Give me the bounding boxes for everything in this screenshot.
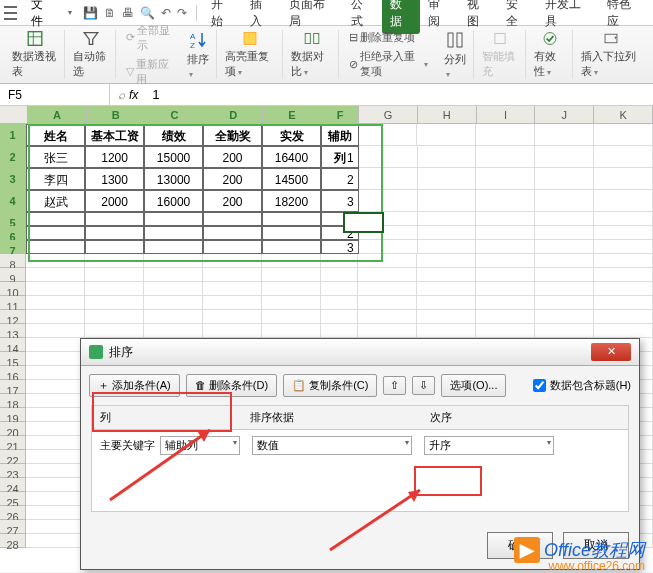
empty-cell[interactable] (358, 310, 417, 324)
empty-cell[interactable] (535, 282, 594, 296)
redo-icon[interactable]: ↷ (177, 6, 187, 20)
header-checkbox[interactable]: 数据包含标题(H) (533, 378, 631, 393)
row-header-10[interactable]: 10 (0, 282, 26, 296)
file-menu[interactable]: 文件 (23, 0, 62, 32)
row-header-28[interactable]: 28 (0, 534, 26, 548)
empty-cell[interactable] (26, 408, 85, 422)
data-cell[interactable]: 2 (321, 168, 359, 190)
row-header-1[interactable]: 1 (0, 124, 26, 146)
empty-cell[interactable] (144, 324, 203, 338)
empty-cell[interactable] (262, 254, 321, 268)
empty-cell[interactable] (26, 310, 85, 324)
row-header-5[interactable]: 5 (0, 212, 26, 226)
empty-cell[interactable] (26, 254, 85, 268)
tab-security[interactable]: 安全 (498, 0, 537, 34)
data-cell[interactable]: 2000 (85, 190, 144, 212)
empty-cell[interactable] (203, 268, 262, 282)
data-cell[interactable]: 18200 (262, 190, 321, 212)
row-header-23[interactable]: 23 (0, 464, 26, 478)
col-header-F[interactable]: F (322, 106, 359, 124)
empty-cell[interactable] (85, 254, 144, 268)
empty-cell[interactable] (535, 254, 594, 268)
empty-cell[interactable] (85, 282, 144, 296)
empty-cell[interactable] (26, 492, 85, 506)
tab-insert[interactable]: 插入 (242, 0, 281, 34)
close-icon[interactable]: ✕ (591, 343, 631, 361)
row-header-27[interactable]: 27 (0, 520, 26, 534)
empty-cell[interactable] (594, 190, 653, 212)
empty-cell[interactable] (203, 310, 262, 324)
data-cell[interactable] (144, 226, 203, 240)
data-cell[interactable] (85, 226, 144, 240)
col-header-D[interactable]: D (204, 106, 263, 124)
save-icon[interactable]: 💾 (83, 6, 98, 20)
empty-cell[interactable] (535, 212, 594, 226)
header-cell[interactable]: 绩效 (144, 124, 203, 146)
empty-cell[interactable] (535, 324, 594, 338)
move-up-button[interactable]: ⇧ (383, 376, 406, 395)
row-header-21[interactable]: 21 (0, 436, 26, 450)
header-cell[interactable]: 姓名 (26, 124, 85, 146)
empty-cell[interactable] (85, 324, 144, 338)
sortby-select[interactable]: 数值 (252, 436, 412, 455)
data-cell[interactable]: 16000 (144, 190, 203, 212)
col-header-G[interactable]: G (359, 106, 418, 124)
copy-condition-button[interactable]: 📋 复制条件(C) (283, 374, 377, 397)
empty-cell[interactable] (26, 366, 85, 380)
empty-cell[interactable] (476, 124, 535, 146)
file-dropdown-icon[interactable]: ▾ (68, 8, 72, 17)
key-field-select[interactable]: 辅助列 (160, 436, 240, 455)
data-cell[interactable]: 1200 (85, 146, 144, 168)
empty-cell[interactable] (85, 296, 144, 310)
data-cell[interactable] (203, 212, 262, 226)
ribbon-splitcol[interactable]: 分列 (438, 30, 474, 79)
empty-cell[interactable] (476, 310, 535, 324)
empty-cell[interactable] (144, 310, 203, 324)
empty-cell[interactable] (26, 450, 85, 464)
empty-cell[interactable] (535, 240, 594, 254)
row-header-6[interactable]: 6 (0, 226, 26, 240)
delete-condition-button[interactable]: 🗑 删除条件(D) (186, 374, 277, 397)
empty-cell[interactable] (594, 226, 653, 240)
empty-cell[interactable] (144, 268, 203, 282)
data-cell[interactable] (144, 212, 203, 226)
empty-cell[interactable] (476, 190, 535, 212)
empty-cell[interactable] (476, 226, 535, 240)
empty-cell[interactable] (26, 324, 85, 338)
row-header-22[interactable]: 22 (0, 450, 26, 464)
empty-cell[interactable] (26, 394, 85, 408)
empty-cell[interactable] (476, 212, 535, 226)
row-header-17[interactable]: 17 (0, 380, 26, 394)
empty-cell[interactable] (26, 436, 85, 450)
data-cell[interactable] (262, 212, 321, 226)
doc-icon[interactable]: 🗎 (104, 6, 116, 20)
hamburger-icon[interactable] (4, 6, 17, 20)
empty-cell[interactable] (26, 296, 85, 310)
name-box[interactable]: F5 (0, 84, 110, 105)
empty-cell[interactable] (476, 240, 535, 254)
row-header-3[interactable]: 3 (0, 168, 26, 190)
print-icon[interactable]: 🖶 (122, 6, 134, 20)
empty-cell[interactable] (594, 240, 653, 254)
empty-cell[interactable] (417, 324, 476, 338)
empty-cell[interactable] (321, 310, 358, 324)
empty-cell[interactable] (594, 324, 653, 338)
empty-cell[interactable] (144, 254, 203, 268)
empty-cell[interactable] (321, 268, 358, 282)
formula-input[interactable] (146, 85, 653, 104)
empty-cell[interactable] (85, 310, 144, 324)
empty-cell[interactable] (417, 296, 476, 310)
row-header-14[interactable]: 14 (0, 338, 26, 352)
select-all-corner[interactable] (0, 106, 28, 124)
row-header-15[interactable]: 15 (0, 352, 26, 366)
data-cell[interactable]: 1 (321, 146, 359, 168)
empty-cell[interactable] (26, 520, 85, 534)
empty-cell[interactable] (203, 282, 262, 296)
data-cell[interactable]: 1300 (85, 168, 144, 190)
empty-cell[interactable] (26, 506, 85, 520)
ribbon-removedup[interactable]: ⊟删除重复项 (345, 28, 431, 47)
empty-cell[interactable] (417, 310, 476, 324)
header-cell[interactable]: 实发 (262, 124, 321, 146)
data-cell[interactable] (262, 226, 321, 240)
empty-cell[interactable] (535, 124, 594, 146)
